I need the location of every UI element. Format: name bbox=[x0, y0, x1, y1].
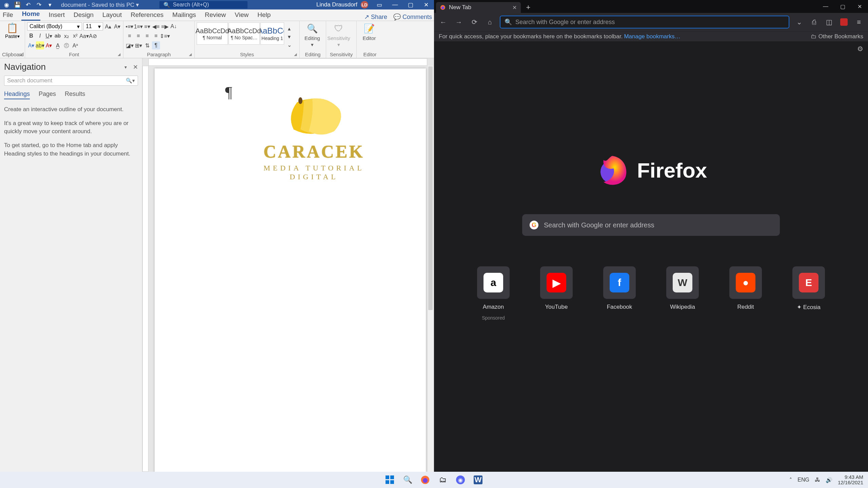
multilevel-button[interactable]: ≡▾ bbox=[143, 22, 151, 30]
dialog-launcher-icon[interactable]: ◢ bbox=[19, 52, 22, 57]
undo-icon[interactable]: ↶ bbox=[24, 1, 32, 8]
firefox-taskbar-icon[interactable] bbox=[419, 473, 432, 486]
dialog-launcher-icon[interactable]: ◢ bbox=[294, 52, 297, 57]
styles-more-icon[interactable]: ⌄ bbox=[285, 41, 293, 49]
account-button[interactable]: Linda Drausdorf LD bbox=[316, 1, 368, 8]
tab-close-icon[interactable]: ✕ bbox=[512, 4, 517, 11]
search-taskbar-icon[interactable]: 🔍 bbox=[401, 473, 414, 486]
character-border-icon[interactable]: A̲ bbox=[54, 41, 62, 49]
discord-taskbar-icon[interactable]: ◉ bbox=[454, 473, 467, 486]
tab-references[interactable]: References bbox=[130, 10, 164, 21]
ribbon-display-icon[interactable]: ▭ bbox=[372, 0, 387, 9]
phonetic-icon[interactable]: Aᵃ bbox=[71, 41, 79, 49]
maximize-button[interactable]: ▢ bbox=[403, 0, 418, 9]
pocket-icon[interactable]: ⌄ bbox=[793, 16, 805, 28]
paste-button[interactable]: 📋 Paste▾ bbox=[5, 22, 20, 39]
styles-up-icon[interactable]: ▴ bbox=[285, 25, 293, 33]
increase-indent-icon[interactable]: ≡▶ bbox=[161, 22, 169, 30]
tab-home[interactable]: Home bbox=[21, 9, 41, 21]
align-left-icon[interactable]: ≡ bbox=[125, 32, 134, 40]
sort-button[interactable]: ⇅ bbox=[143, 41, 151, 49]
shrink-font-icon[interactable]: A▾ bbox=[113, 22, 121, 30]
style-no-spacing[interactable]: AaBbCcDd¶ No Spac… bbox=[229, 22, 260, 45]
grow-font-icon[interactable]: A▴ bbox=[104, 22, 112, 30]
sidebar-icon[interactable]: ◫ bbox=[823, 16, 835, 28]
other-bookmarks-button[interactable]: 🗀Other Bookmarks bbox=[811, 33, 863, 40]
ublock-icon[interactable] bbox=[838, 16, 850, 28]
close-button[interactable]: ✕ bbox=[418, 0, 434, 9]
numbering-button[interactable]: 1≡▾ bbox=[134, 22, 142, 30]
topsite-tile[interactable]: ● Reddit bbox=[723, 266, 768, 321]
back-button[interactable]: ← bbox=[437, 16, 449, 28]
tab-layout[interactable]: Layout bbox=[102, 10, 122, 21]
browser-tab[interactable]: New Tab ✕ bbox=[436, 2, 521, 13]
styles-down-icon[interactable]: ▾ bbox=[285, 33, 293, 41]
maximize-button[interactable]: ▢ bbox=[834, 0, 851, 13]
decrease-indent-icon[interactable]: ◀≡ bbox=[152, 22, 160, 30]
url-bar[interactable]: 🔍 Search with Google or enter address bbox=[500, 16, 789, 28]
font-size-combo[interactable]: 11▾ bbox=[83, 22, 103, 30]
strikethrough-button[interactable]: ab bbox=[54, 32, 62, 40]
vertical-ruler[interactable] bbox=[142, 66, 149, 472]
nav-tab-headings[interactable]: Headings bbox=[4, 90, 30, 99]
font-color-button[interactable]: A▾ bbox=[45, 41, 53, 49]
start-button[interactable] bbox=[383, 473, 396, 486]
topsite-tile[interactable]: E ✦ Ecosia bbox=[786, 266, 831, 321]
qat-dropdown-icon[interactable]: ▾ bbox=[46, 1, 54, 8]
bullets-button[interactable]: •≡▾ bbox=[125, 22, 134, 30]
style-heading1[interactable]: AaBbCcHeading 1 bbox=[260, 22, 284, 45]
manage-bookmarks-link[interactable]: Manage bookmarks… bbox=[624, 33, 680, 40]
page[interactable]: ¶ CARACEK MEDIA TUTORIAL DIGITAL bbox=[155, 68, 426, 479]
clear-format-icon[interactable]: A⊘ bbox=[89, 32, 97, 40]
highlight-button[interactable]: ab▾ bbox=[36, 41, 44, 49]
enclose-icon[interactable]: ㊂ bbox=[62, 41, 71, 49]
newtab-search-input[interactable]: G Search with Google or enter address bbox=[522, 214, 780, 236]
forward-button[interactable]: → bbox=[453, 16, 465, 28]
style-normal[interactable]: AaBbCcDd¶ Normal bbox=[197, 22, 228, 45]
tab-view[interactable]: View bbox=[234, 10, 249, 21]
align-right-icon[interactable]: ≡ bbox=[143, 32, 151, 40]
justify-icon[interactable]: ≡ bbox=[152, 32, 160, 40]
minimize-button[interactable]: — bbox=[817, 0, 834, 13]
tab-mailings[interactable]: Mailings bbox=[172, 10, 197, 21]
borders-button[interactable]: ⊞▾ bbox=[134, 41, 142, 49]
shading-button[interactable]: ◪▾ bbox=[125, 41, 134, 49]
nav-search-input[interactable]: Search document 🔍▾ bbox=[4, 76, 138, 86]
customize-gear-icon[interactable]: ⚙ bbox=[857, 45, 863, 53]
change-case-button[interactable]: Aa▾ bbox=[80, 32, 88, 40]
tray-clock[interactable]: 9:43 AM 12/16/2021 bbox=[838, 474, 863, 486]
sensitivity-button[interactable]: 🛡Sensitivity▾ bbox=[328, 22, 349, 51]
nav-dropdown-icon[interactable]: ▾ bbox=[124, 64, 127, 70]
nav-close-icon[interactable]: ✕ bbox=[133, 63, 138, 71]
home-button[interactable]: ⌂ bbox=[484, 16, 496, 28]
font-name-combo[interactable]: Calibri (Body)▾ bbox=[27, 22, 82, 30]
close-button[interactable]: ✕ bbox=[851, 0, 868, 13]
horizontal-ruler[interactable] bbox=[149, 58, 427, 66]
bold-button[interactable]: B bbox=[27, 32, 35, 40]
new-tab-button[interactable]: + bbox=[523, 2, 534, 13]
sort-icon[interactable]: A↓ bbox=[170, 22, 178, 30]
underline-button[interactable]: U▾ bbox=[45, 32, 53, 40]
align-center-icon[interactable]: ≡ bbox=[134, 32, 142, 40]
redo-icon[interactable]: ↷ bbox=[35, 1, 43, 8]
text-effects-button[interactable]: A▾ bbox=[27, 41, 35, 49]
comments-button[interactable]: 💬Comments bbox=[393, 13, 432, 21]
nav-tab-results[interactable]: Results bbox=[65, 90, 85, 99]
tab-design[interactable]: Design bbox=[73, 10, 94, 21]
share-button[interactable]: ↗Share bbox=[364, 13, 387, 21]
topsite-tile[interactable]: W Wikipedia bbox=[660, 266, 705, 321]
tab-insert[interactable]: Insert bbox=[48, 10, 65, 21]
word-taskbar-icon[interactable]: W bbox=[472, 473, 485, 486]
line-spacing-icon[interactable]: ⇕≡▾ bbox=[161, 32, 169, 40]
italic-button[interactable]: I bbox=[36, 32, 44, 40]
tray-language[interactable]: ENG bbox=[797, 477, 809, 483]
autosave-icon[interactable]: ◉ bbox=[3, 1, 10, 8]
topsite-tile[interactable]: ▶ YouTube bbox=[534, 266, 579, 321]
tell-me-search[interactable]: 🔍 Search (Alt+Q) bbox=[159, 1, 248, 8]
document-title[interactable]: document - Saved to this PC ▾ bbox=[61, 1, 139, 8]
app-menu-button[interactable]: ≡ bbox=[853, 16, 865, 28]
nav-tab-pages[interactable]: Pages bbox=[39, 90, 56, 99]
topsite-tile[interactable]: f Facebook bbox=[597, 266, 642, 321]
reload-button[interactable]: ⟳ bbox=[469, 16, 480, 28]
superscript-button[interactable]: x² bbox=[71, 32, 79, 40]
